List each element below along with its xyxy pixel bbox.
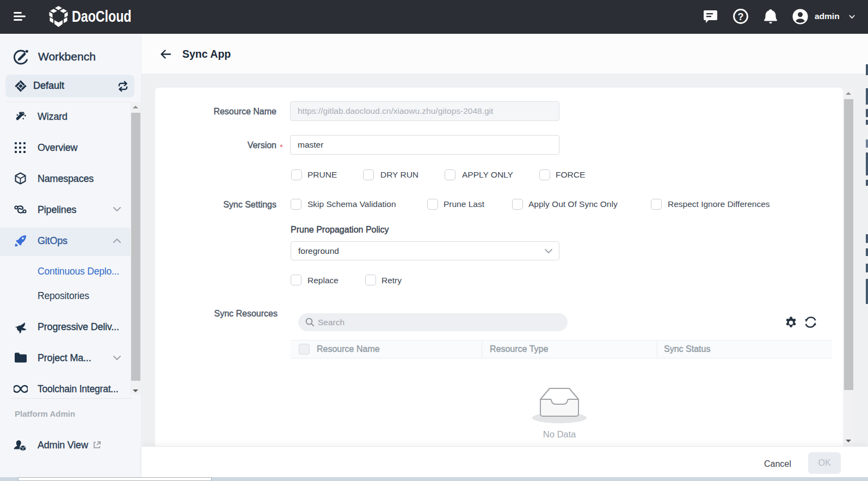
svg-text:?: ? (738, 11, 744, 22)
